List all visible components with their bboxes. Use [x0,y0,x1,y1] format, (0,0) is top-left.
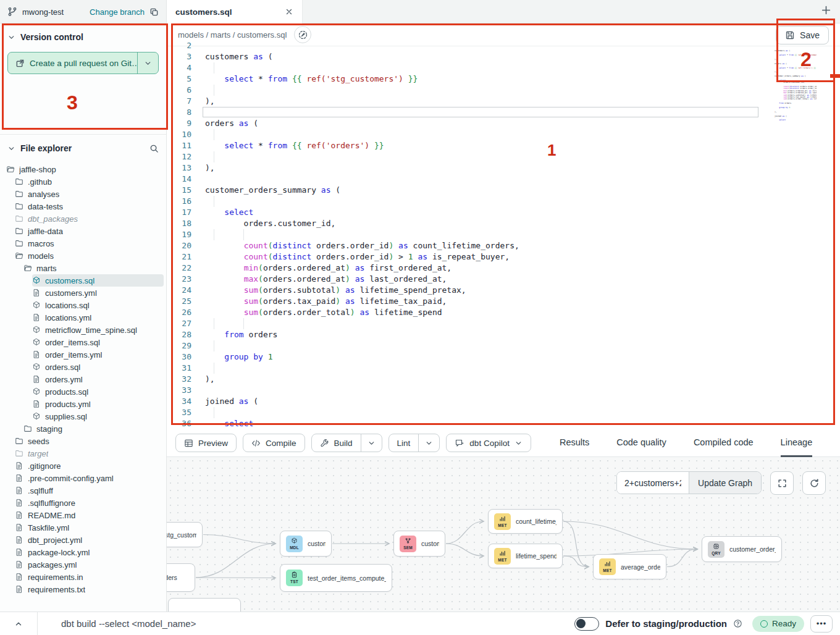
create-pr-dropdown[interactable] [137,53,158,74]
editor-toolbar: Preview Compile Build Lint dbt Copilot R… [167,429,840,457]
tree-item-orders-yml[interactable]: orders.yml [32,373,164,385]
tree-item--github[interactable]: .github [15,175,164,188]
copy-icon[interactable] [149,7,159,17]
tree-item-locations-yml[interactable]: locations.yml [32,311,164,324]
tab-compiled-code[interactable]: Compiled code [694,429,754,457]
create-pr-button[interactable]: Create a pull request on Git… [8,53,137,74]
defer-toggle[interactable] [574,617,599,631]
lint-dropdown[interactable] [418,434,439,452]
code-line-4: 4 [167,62,519,74]
build-button[interactable]: Build [312,434,361,452]
wrench-icon [320,439,329,448]
tree-item-products-sql[interactable]: products.sql [32,385,164,398]
lineage-selector-input[interactable] [617,472,689,494]
file-explorer-header[interactable]: File explorer [0,135,166,158]
tree-item-macros[interactable]: macros [15,237,164,250]
tree-item-order-items-sql[interactable]: order_items.sql [32,336,164,348]
search-icon[interactable] [149,144,159,153]
build-dropdown[interactable] [361,434,382,452]
tree-item-label: marts [36,264,57,273]
file-icon [15,560,23,569]
tab-results[interactable]: Results [560,429,589,457]
more-options-button[interactable]: ••• [810,615,833,633]
tree-item-packages-yml[interactable]: packages.yml [15,558,164,571]
save-button[interactable]: Save [776,26,829,44]
version-control-header[interactable]: Version control [0,23,166,46]
tree-item-customers-sql[interactable]: customers.sql [32,274,164,287]
lineage-graph[interactable]: MDLstg_customersMDLordersMDLcustomersTST… [167,457,840,612]
code-line-21: 21 count(distinct orders.order_id) > 1 a… [167,251,519,263]
tab-customers-sql[interactable]: customers.sql [167,0,303,23]
code-line-12: 12 [167,151,519,162]
chevron-down-icon [7,145,15,153]
tree-item-jaffle-data[interactable]: jaffle-data [15,225,164,237]
tree-item-readme-md[interactable]: README.md [15,509,164,521]
refresh-button[interactable] [802,471,826,495]
tree-item-supplies-sql[interactable]: supplies.sql [32,410,164,423]
tree-item-taskfile-yml[interactable]: Taskfile.yml [15,521,164,534]
file-icon [15,511,23,519]
tree-item-products-yml[interactable]: products.yml [32,398,164,410]
editor-minimap[interactable]: customers as ( select * from {{ ref('stg… [761,48,817,172]
tree-item-models[interactable]: models [15,250,164,262]
tree-item-package-lock-yml[interactable]: package-lock.yml [15,546,164,558]
tree-item--gitignore[interactable]: .gitignore [15,460,164,472]
tree-item-locations-sql[interactable]: locations.sql [32,299,164,311]
tree-item-jaffle-shop[interactable]: jaffle-shop [6,163,164,175]
command-input[interactable]: dbt build --select <model_name> [61,618,574,629]
lineage-node-test_bools[interactable]: TSTtest_order_items_compute_to_bools… [280,564,392,592]
tree-item-marts[interactable]: marts [23,262,164,274]
compile-button[interactable]: Compile [243,434,305,452]
chevron-down-icon [7,33,15,41]
tree-item-label: orders.yml [45,375,83,384]
lint-button[interactable]: Lint [389,434,419,452]
lineage-node-lifetime_spend_pretax[interactable]: METlifetime_spend_pretax [488,544,563,568]
tree-item-dbt-project-yml[interactable]: dbt_project.yml [15,534,164,546]
version-control-title: Version control [20,32,83,42]
model-icon [32,387,41,396]
tab-code-quality[interactable]: Code quality [616,429,666,457]
lineage-node-average_order_value[interactable]: METaverage_order_value [593,554,666,579]
tab-lineage[interactable]: Lineage [781,429,813,457]
update-graph-button[interactable]: Update Graph [689,472,761,494]
help-icon[interactable] [733,619,742,628]
code-editor[interactable]: 23customers as (45 select * from {{ ref(… [167,46,840,429]
model-icon [32,412,41,421]
tree-item-label: dbt_project.yml [28,536,82,545]
version-control-section: Version control Create a pull request on… [0,23,166,135]
new-tab-icon[interactable] [821,5,831,15]
tree-item-orders-sql[interactable]: orders.sql [32,361,164,373]
tree-item--sqlfluff[interactable]: .sqlfluff [15,484,164,497]
lineage-node-count_lifetime_orders[interactable]: METcount_lifetime_orders [488,509,563,534]
change-branch-link[interactable]: Change branch [90,7,145,17]
tree-item-analyses[interactable]: analyses [15,188,164,200]
tree-item-metricflow-time-spine-sql[interactable]: metricflow_time_spine.sql [32,324,164,336]
chevron-down-icon [425,439,433,447]
tree-item-order-items-yml[interactable]: order_items.yml [32,348,164,361]
lineage-node-stg_customers[interactable]: MDLstg_customers [167,522,203,547]
tree-item-customers-yml[interactable]: customers.yml [32,287,164,299]
tree-item-requirements-in[interactable]: requirements.in [15,571,164,583]
tree-item-label: locations.yml [45,313,91,322]
file-icon [15,573,23,581]
chevron-down-icon [144,59,152,67]
preview-button[interactable]: Preview [175,434,237,452]
tree-item-staging[interactable]: staging [23,423,164,435]
lineage-node-customers_sem[interactable]: SEMcustomers [393,531,445,557]
command-bar-expand[interactable] [0,620,37,628]
close-tab-icon[interactable] [285,7,293,16]
tree-item-target[interactable]: target [15,447,164,460]
lineage-node-customers_mdl[interactable]: MDLcustomers [280,531,332,557]
lineage-node-partial[interactable] [168,598,241,612]
code-line-6: 6 [167,85,519,96]
fullscreen-button[interactable] [770,471,794,495]
lineage-node-customer_order_metrics[interactable]: QRYcustomer_order_metrics [702,536,782,562]
tree-item-requirements-txt[interactable]: requirements.txt [15,583,164,595]
tree-item--pre-commit-config-yaml[interactable]: .pre-commit-config.yaml [15,472,164,484]
tree-item-dbt-packages[interactable]: dbt_packages [15,212,164,225]
tree-item-seeds[interactable]: seeds [15,435,164,447]
tree-item--sqlfluffignore[interactable]: .sqlfluffignore [15,497,164,509]
dbt-copilot-button[interactable]: dbt Copilot [446,434,531,452]
tree-item-data-tests[interactable]: data-tests [15,200,164,212]
lineage-node-orders[interactable]: MDLorders [167,563,195,592]
